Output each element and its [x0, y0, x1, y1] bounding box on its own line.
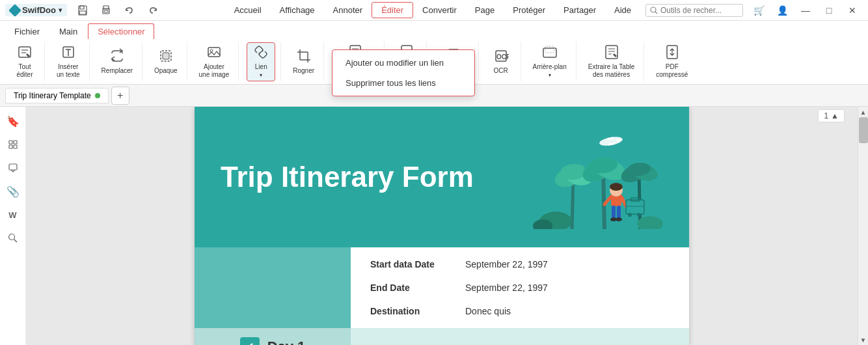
pdf-title: Trip Itinerary Form	[221, 161, 520, 193]
page-arrow-up[interactable]: ▲	[831, 111, 839, 120]
search-input[interactable]	[660, 6, 739, 15]
rogner-button[interactable]: Rogner	[289, 42, 318, 81]
page-number-indicator: 1 ▲	[818, 109, 845, 122]
user-icon[interactable]: 👤	[772, 0, 793, 21]
close-button[interactable]: ✕	[842, 0, 863, 21]
end-date-value: September 22, 1997	[465, 283, 548, 293]
ribbon-group-rogner: Rogner	[284, 42, 324, 81]
redo-button[interactable]	[142, 0, 163, 21]
background-icon	[542, 44, 558, 62]
svg-point-77	[628, 213, 632, 217]
start-date-label: Start data Date	[370, 259, 455, 269]
lien-dropdown-menu: Ajouter ou modifier un lien Supprimer to…	[332, 49, 475, 96]
ribbon-group-edit: Toutéditer	[5, 42, 45, 81]
insert-text-icon	[61, 44, 76, 62]
svg-point-46	[8, 234, 14, 240]
add-modify-link-item[interactable]: Ajouter ou modifier un lien	[332, 53, 474, 73]
app-name: SwifDoo	[22, 5, 56, 15]
pdf-info-content: Start data Date September 22, 1997 End D…	[351, 247, 689, 328]
svg-rect-5	[104, 10, 108, 12]
lien-button[interactable]: Lien ▾	[247, 42, 275, 81]
arriere-plan-button[interactable]: Arrière-plan ▾	[529, 42, 571, 81]
ocr-button[interactable]: OCR OCR	[487, 42, 515, 81]
pdf-illustration	[520, 125, 663, 229]
document-tab[interactable]: Trip Itinerary Template	[5, 88, 109, 104]
menu-bar: Accueil Affichage Annoter Éditer Convert…	[225, 2, 640, 18]
checkbox-checkmark: ✔	[245, 340, 254, 345]
sidebar-attachments-icon[interactable]: 📎	[4, 182, 22, 200]
destination-label: Destination	[370, 306, 455, 316]
scrollbar-thumb[interactable]	[859, 117, 868, 143]
save-button[interactable]	[72, 0, 93, 21]
extraire-table-label: Extraire la Tabledes matières	[588, 63, 635, 79]
arriere-plan-label: Arrière-plan	[533, 63, 567, 71]
minimize-button[interactable]: —	[795, 0, 816, 21]
menu-accueil[interactable]: Accueil	[225, 3, 271, 18]
menu-page[interactable]: Page	[466, 3, 504, 18]
pdf-header: Trip Itinerary Form	[195, 107, 689, 247]
scroll-down-button[interactable]: ▼	[858, 335, 869, 345]
ribbon-buttons: Toutéditer	[10, 42, 39, 81]
left-sidebar: 🔖 📎 W	[0, 107, 26, 345]
pdf-day-right	[351, 328, 689, 345]
cart-icon[interactable]: 🛒	[748, 0, 769, 21]
add-tab-button[interactable]: +	[111, 87, 129, 105]
pdf-day-section: ✔ Day 1	[195, 328, 689, 345]
info-row-end: End Date September 22, 1997	[370, 283, 670, 293]
sidebar-pages-icon[interactable]	[4, 135, 22, 154]
ribbon-tab-main[interactable]: Main	[50, 24, 87, 39]
ajouter-image-label: Ajouterune image	[199, 63, 230, 79]
ribbon-group-bg: Arrière-plan ▾	[524, 42, 576, 81]
tout-editer-label: Toutéditer	[16, 63, 33, 79]
svg-rect-43	[9, 145, 12, 148]
menu-proteger[interactable]: Protéger	[504, 3, 554, 18]
opaque-label: Opaque	[154, 67, 178, 75]
pdf-compresse-button[interactable]: PDFcompressé	[652, 42, 692, 81]
sidebar-comments-icon[interactable]	[4, 159, 22, 177]
remplacer-button[interactable]: Remplacer	[98, 42, 137, 81]
sidebar-search-icon[interactable]	[4, 229, 22, 247]
menu-aide[interactable]: Aide	[605, 3, 640, 18]
remove-all-links-item[interactable]: Supprimer tous les liens	[332, 73, 474, 93]
ajouter-image-button[interactable]: Ajouterune image	[195, 42, 234, 81]
undo-button[interactable]	[119, 0, 140, 21]
dropdown-arrow-icon: ▾	[59, 7, 62, 14]
title-bar: SwifDoo ▾ Accueil Affichage Annoter Édit…	[0, 0, 868, 21]
app-logo[interactable]: SwifDoo ▾	[5, 4, 67, 16]
extraire-table-button[interactable]: Extraire la Tabledes matières	[584, 42, 639, 81]
pdf-info-left-bar	[195, 247, 351, 328]
lien-label: Lien	[255, 63, 267, 71]
ribbon-group-image: Ajouterune image	[190, 42, 239, 81]
doc-tab-label: Trip Itinerary Template	[14, 91, 91, 100]
ribbon-tab-fichier[interactable]: Fichier	[5, 24, 49, 39]
menu-convertir[interactable]: Convertir	[413, 3, 466, 18]
svg-rect-2	[79, 11, 86, 14]
menu-annoter[interactable]: Annoter	[324, 3, 372, 18]
toolbar-search[interactable]	[645, 4, 743, 17]
scrollbar-track[interactable]	[858, 117, 868, 335]
pdf-info-section: Start data Date September 22, 1997 End D…	[195, 247, 689, 328]
scroll-up-button[interactable]: ▲	[858, 107, 869, 117]
ribbon-tab-selectionner[interactable]: Sélectionner	[88, 23, 154, 39]
sidebar-bookmark-icon[interactable]: 🔖	[4, 112, 22, 130]
sidebar-w-icon[interactable]: W	[4, 206, 22, 224]
ribbon-group-ocr: OCR OCR	[481, 42, 521, 81]
arriere-plan-arrow: ▾	[549, 72, 551, 79]
start-date-value: September 22, 1997	[465, 259, 548, 269]
inserer-texte-button[interactable]: Insérerun texte	[53, 42, 84, 81]
opaque-button[interactable]: Opaque	[150, 42, 182, 81]
ribbon-group-text: Insérerun texte	[47, 42, 90, 81]
menu-editer[interactable]: Éditer	[372, 2, 413, 18]
tout-editer-button[interactable]: Toutéditer	[10, 42, 39, 81]
logo-icon	[8, 4, 21, 17]
print-button[interactable]	[96, 0, 116, 21]
menu-affichage[interactable]: Affichage	[271, 3, 324, 18]
svg-rect-45	[9, 164, 17, 170]
menu-partager[interactable]: Partager	[554, 3, 605, 18]
edit-all-icon	[17, 44, 33, 62]
pdf-compresse-label: PDFcompressé	[656, 63, 688, 79]
maximize-button[interactable]: □	[819, 0, 839, 21]
add-image-icon	[206, 44, 222, 62]
ribbon-group-lien: Lien ▾	[241, 42, 281, 81]
inserer-texte-label: Insérerun texte	[57, 63, 80, 79]
